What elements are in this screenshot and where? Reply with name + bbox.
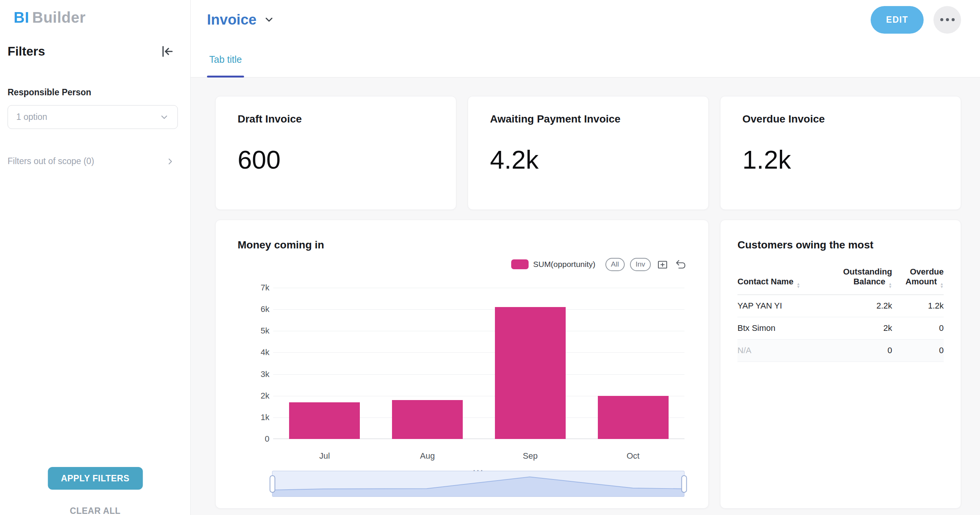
topbar: Invoice EDIT [191, 0, 980, 39]
stat-value: 4.2k [490, 145, 708, 174]
more-options-button[interactable] [934, 6, 961, 34]
cell-contact-name: Btx Simon [737, 317, 824, 339]
responsible-person-label: Responsible Person [8, 87, 183, 98]
y-tick-label: 3k [261, 369, 269, 379]
tab-bar: Tab title [191, 39, 980, 78]
stat-title: Overdue Invoice [742, 113, 961, 125]
table-body: YAP YAN YI2.2k1.2kBtx Simon2k0N/A00 [737, 295, 944, 362]
y-tick-label: 0 [265, 434, 269, 444]
table-row: N/A00 [737, 339, 944, 362]
logo-builder: Builder [32, 9, 86, 26]
dot-icon [940, 18, 943, 21]
bar-chart-plot [273, 288, 684, 439]
data-zoom-icon[interactable] [656, 258, 669, 271]
apply-filters-button[interactable]: APPLY FILTERS [48, 467, 143, 490]
select-value: 1 option [16, 112, 47, 122]
slider-left-handle[interactable] [270, 475, 275, 493]
y-tick-label: 5k [261, 326, 269, 336]
edit-button[interactable]: EDIT [871, 6, 924, 34]
data-zoom-slider[interactable]: ··· [272, 471, 684, 497]
table-row: Btx Simon2k0 [737, 317, 944, 339]
filter-all-button[interactable]: All [605, 258, 625, 271]
column-header-label: Overdue Amount [905, 267, 944, 286]
bar-aug[interactable] [392, 400, 463, 439]
gridline [273, 288, 684, 288]
chevron-down-icon [263, 14, 275, 25]
stat-title: Draft Invoice [238, 113, 456, 125]
page-title: Invoice [207, 12, 256, 28]
main-area: Invoice EDIT Tab title Draft [191, 0, 980, 515]
app-root: BIBuilder Filters Responsible Person 1 o… [0, 0, 980, 515]
legend-swatch [511, 259, 528, 269]
stat-value: 600 [238, 145, 456, 174]
customers-owing-card: Customers owing the most Contact Name▲▼O… [720, 220, 961, 509]
dashboard-title-dropdown[interactable]: Invoice [207, 12, 275, 28]
tab-title[interactable]: Tab title [207, 54, 244, 77]
bar-sep[interactable] [495, 307, 566, 439]
chevron-right-icon [165, 157, 175, 166]
cell-outstanding-balance: 0 [824, 339, 892, 362]
clear-all-button[interactable]: CLEAR ALL [0, 506, 190, 515]
dot-icon [951, 18, 955, 21]
zoom-restore-icon[interactable] [674, 258, 687, 271]
filters-sidebar: BIBuilder Filters Responsible Person 1 o… [0, 0, 191, 515]
sort-icon[interactable]: ▲▼ [888, 282, 892, 288]
cell-outstanding-balance: 2.2k [824, 295, 892, 317]
filters-out-of-scope[interactable]: Filters out of scope (0) [8, 156, 175, 166]
column-header-label: Outstanding Balance [843, 267, 892, 286]
slider-right-handle[interactable] [681, 475, 687, 493]
money-coming-in-chart-card: Money coming in SUM(opportunity) All Inv [215, 220, 709, 509]
brush-minimap [272, 471, 684, 496]
responsible-person-select[interactable]: 1 option [8, 105, 178, 129]
customers-table: Contact Name▲▼Outstanding Balance▲▼Overd… [737, 264, 944, 362]
cell-overdue-amount: 1.2k [892, 295, 944, 317]
filters-heading: Filters [8, 44, 45, 59]
column-header-label: Contact Name [737, 277, 794, 286]
cell-outstanding-balance: 2k [824, 317, 892, 339]
dot-icon [946, 18, 949, 21]
app-logo: BIBuilder [0, 0, 190, 26]
slider-grip-icon[interactable]: ··· [473, 467, 484, 473]
stat-title: Awaiting Payment Invoice [490, 113, 708, 125]
x-tick-label: Sep [523, 451, 538, 461]
x-tick-label: Aug [420, 451, 435, 461]
cell-overdue-amount: 0 [892, 317, 944, 339]
column-header-overdue-amount[interactable]: Overdue Amount▲▼ [892, 264, 944, 295]
logo-bi: BI [14, 9, 29, 26]
legend-label: SUM(opportunity) [533, 260, 595, 269]
stat-value: 1.2k [742, 145, 961, 174]
out-of-scope-label: Filters out of scope (0) [8, 156, 94, 166]
gridline [273, 352, 684, 353]
sort-icon[interactable]: ▲▼ [797, 282, 800, 288]
column-header-contact-name[interactable]: Contact Name▲▼ [737, 264, 824, 295]
sort-icon[interactable]: ▲▼ [940, 282, 944, 288]
bar-oct[interactable] [598, 396, 668, 439]
table-header-row: Contact Name▲▼Outstanding Balance▲▼Overd… [737, 264, 944, 295]
table-row: YAP YAN YI2.2k1.2k [737, 295, 944, 317]
cell-overdue-amount: 0 [892, 339, 944, 362]
collapse-sidebar-icon[interactable] [160, 44, 175, 59]
y-tick-label: 7k [261, 283, 269, 293]
y-tick-label: 1k [261, 412, 269, 422]
bar-jul[interactable] [289, 402, 360, 439]
cell-contact-name: YAP YAN YI [737, 295, 824, 317]
y-tick-label: 2k [261, 391, 269, 401]
y-tick-label: 4k [261, 347, 269, 357]
legend-item[interactable]: SUM(opportunity) [511, 259, 595, 269]
filter-inv-button[interactable]: Inv [630, 258, 651, 271]
gridline [273, 309, 684, 310]
column-header-outstanding-balance[interactable]: Outstanding Balance▲▼ [824, 264, 892, 295]
stat-card-overdue-invoice: Overdue Invoice 1.2k [720, 96, 961, 210]
stat-card-draft-invoice: Draft Invoice 600 [215, 96, 456, 210]
y-axis-labels: 7k6k5k4k3k2k1k0 [238, 288, 269, 439]
stat-card-awaiting-payment: Awaiting Payment Invoice 4.2k [468, 96, 709, 210]
x-axis-labels: JulAugSepOct [273, 447, 684, 458]
customers-title: Customers owing the most [737, 239, 944, 251]
y-tick-label: 6k [261, 304, 269, 314]
cell-contact-name: N/A [737, 339, 824, 362]
chart-legend-row: SUM(opportunity) All Inv [511, 258, 687, 271]
x-tick-label: Jul [319, 451, 330, 461]
chevron-down-icon [159, 112, 169, 122]
dashboard-content: Draft Invoice 600 Awaiting Payment Invoi… [191, 78, 980, 515]
gridline [273, 374, 684, 375]
